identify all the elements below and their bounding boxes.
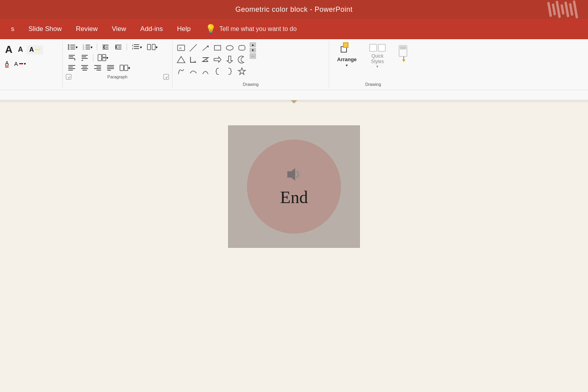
svg-marker-23 xyxy=(132,44,133,47)
svg-marker-73 xyxy=(402,60,405,62)
column-button[interactable]: ▾ xyxy=(145,42,160,52)
svg-marker-24 xyxy=(132,47,133,50)
arrange-button[interactable]: Arrange ▾ xyxy=(334,42,360,69)
shape-right-arrow-button[interactable] xyxy=(212,54,223,65)
text-dir-up-button[interactable] xyxy=(66,53,78,62)
shape-crescent-button[interactable] xyxy=(236,54,247,65)
shape-effects-button[interactable] xyxy=(395,42,412,64)
svg-rect-48 xyxy=(94,68,101,69)
svg-rect-50 xyxy=(107,65,114,66)
shape-textbox-button[interactable]: A xyxy=(176,42,187,53)
menu-item-slideshow[interactable]: Slide Show xyxy=(22,23,69,35)
menu-item-transitions[interactable]: s xyxy=(4,23,22,35)
shape-l-button[interactable] xyxy=(188,54,199,65)
shape-star-button[interactable] xyxy=(236,66,247,77)
font-big-a-button[interactable]: A xyxy=(3,42,15,57)
svg-point-0 xyxy=(68,44,69,46)
svg-rect-17 xyxy=(115,45,122,45)
scroll-triangle xyxy=(291,100,297,103)
ribbon-bottom xyxy=(0,90,588,100)
shape-down-arrow-button[interactable] xyxy=(224,54,235,65)
svg-rect-51 xyxy=(107,67,114,67)
columns-layout-button[interactable]: ▾ xyxy=(118,64,132,72)
shape-ellipse-button[interactable] xyxy=(224,42,235,53)
svg-marker-64 xyxy=(177,56,185,63)
svg-marker-74 xyxy=(287,168,295,181)
svg-rect-53 xyxy=(107,70,111,71)
slide-card[interactable]: End xyxy=(228,125,360,248)
align-center-button[interactable] xyxy=(79,64,91,72)
svg-rect-31 xyxy=(82,55,88,56)
menu-bar: s Slide Show Review View Add-ins Help 💡 … xyxy=(0,19,588,39)
shape-rounded-rect-button[interactable] xyxy=(236,42,247,53)
svg-rect-52 xyxy=(107,68,114,69)
title-bar: Geometric color block - PowerPoint xyxy=(0,0,588,19)
svg-text:3.: 3. xyxy=(83,48,85,50)
bullet-list-button[interactable]: ▾ xyxy=(66,42,80,52)
quick-styles-label: Quick xyxy=(372,53,384,59)
convert-smartart-button[interactable]: ▾ xyxy=(96,53,110,62)
quick-styles-button[interactable]: Quick Styles ▾ xyxy=(366,42,389,70)
text-dir-down-button[interactable] xyxy=(79,53,91,62)
search-label[interactable]: Tell me what you want to do xyxy=(219,25,296,33)
shapes-scroll-more[interactable]: ⋯ xyxy=(250,53,256,59)
end-text: End xyxy=(280,187,308,207)
svg-rect-55 xyxy=(124,65,128,71)
svg-rect-29 xyxy=(69,58,75,59)
svg-rect-46 xyxy=(94,65,101,66)
svg-rect-11 xyxy=(85,49,90,49)
shapes-scroll-up[interactable]: ▲ xyxy=(250,42,256,47)
speaker-icon xyxy=(284,166,304,183)
svg-rect-5 xyxy=(70,49,75,49)
shape-triangle-button[interactable] xyxy=(176,54,187,65)
shape-right-brace-button[interactable] xyxy=(224,66,235,77)
shape-curve-button[interactable] xyxy=(188,66,199,77)
shape-rect-button[interactable] xyxy=(212,42,223,53)
numbered-list-button[interactable]: 1.2.3. ▾ xyxy=(81,42,94,52)
menu-item-view[interactable]: View xyxy=(105,23,133,35)
svg-rect-33 xyxy=(82,58,88,59)
svg-rect-40 xyxy=(68,68,75,69)
align-left-button[interactable] xyxy=(66,64,78,72)
svg-rect-15 xyxy=(102,49,109,49)
justify-button[interactable] xyxy=(105,64,116,72)
shape-left-brace-button[interactable] xyxy=(212,66,223,77)
svg-rect-18 xyxy=(118,47,122,47)
svg-rect-25 xyxy=(147,44,151,50)
corner-expand-right[interactable]: ↙ xyxy=(163,74,169,80)
shape-line-button[interactable] xyxy=(188,42,199,53)
font-color-button[interactable]: A ▾ xyxy=(12,60,27,68)
corner-expand-left[interactable]: ↙ xyxy=(66,74,71,80)
line-spacing-button[interactable]: ▾ xyxy=(129,42,144,52)
decrease-indent-button[interactable] xyxy=(100,42,111,52)
menu-item-review[interactable]: Review xyxy=(69,23,105,35)
increase-indent-button[interactable] xyxy=(113,42,124,52)
shape-arc-button[interactable] xyxy=(200,66,211,77)
menu-item-help[interactable]: Help xyxy=(170,23,198,35)
svg-line-58 xyxy=(190,44,197,51)
svg-rect-3 xyxy=(70,47,75,47)
font-highlight-button[interactable]: A xyxy=(27,45,44,54)
shapes-grid: A xyxy=(176,42,247,81)
drawing-label: Drawing xyxy=(243,82,258,87)
align-right-button[interactable] xyxy=(92,64,103,72)
svg-rect-9 xyxy=(85,47,90,47)
svg-rect-45 xyxy=(82,70,87,71)
font-section: A A A A A ▾ xyxy=(0,41,63,88)
svg-rect-36 xyxy=(102,54,106,57)
svg-rect-41 xyxy=(68,70,73,71)
menu-item-addins[interactable]: Add-ins xyxy=(133,23,170,35)
svg-rect-1 xyxy=(70,45,75,45)
shape-diagonal-button[interactable] xyxy=(200,42,211,53)
app-title: Geometric color block - PowerPoint xyxy=(235,5,352,14)
shape-freeform-button[interactable] xyxy=(176,66,187,77)
font-underline-button[interactable]: A xyxy=(3,59,11,69)
svg-rect-22 xyxy=(134,48,139,49)
svg-marker-69 xyxy=(238,68,245,74)
shapes-scroll-down[interactable]: ▼ xyxy=(250,48,256,53)
svg-text:A: A xyxy=(179,46,181,50)
svg-rect-44 xyxy=(81,68,88,69)
shape-z-button[interactable] xyxy=(200,54,211,65)
svg-rect-54 xyxy=(120,65,123,71)
font-small-a-button[interactable]: A xyxy=(16,44,25,55)
